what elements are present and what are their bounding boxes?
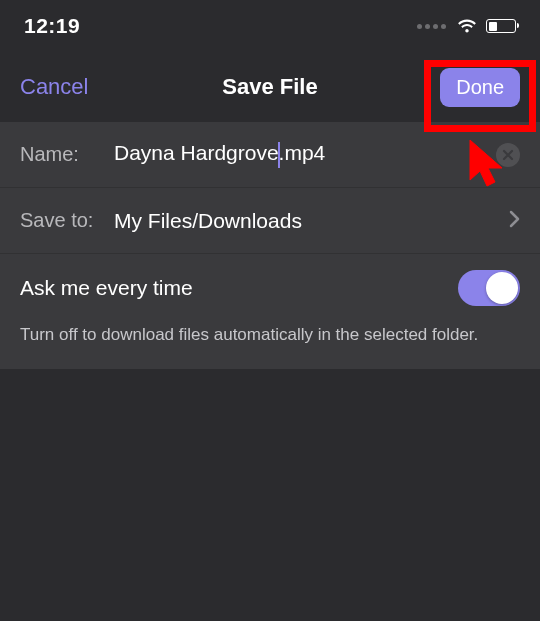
done-button[interactable]: Done [440, 68, 520, 107]
wifi-icon [456, 18, 478, 34]
ask-toggle-switch[interactable] [458, 270, 520, 306]
status-time: 12:19 [24, 14, 80, 38]
save-to-row[interactable]: Save to: My Files/Downloads [0, 188, 540, 254]
close-icon [502, 149, 514, 161]
name-label: Name: [20, 143, 114, 166]
filename-input[interactable]: Dayna Hardgrove.mp4 [114, 141, 496, 167]
cancel-button[interactable]: Cancel [20, 74, 88, 100]
save-to-value: My Files/Downloads [114, 209, 509, 233]
nav-bar: Cancel Save File Done [0, 52, 540, 122]
save-to-label: Save to: [20, 209, 114, 232]
status-bar: 12:19 [0, 0, 540, 52]
switch-knob [486, 272, 518, 304]
cellular-dots-icon [417, 24, 446, 29]
form-section: Name: Dayna Hardgrove.mp4 Save to: My Fi… [0, 122, 540, 369]
ask-toggle-hint: Turn off to download files automatically… [0, 318, 540, 369]
clear-text-button[interactable] [496, 143, 520, 167]
ask-toggle-row: Ask me every time [0, 254, 540, 318]
ask-toggle-label: Ask me every time [20, 276, 193, 300]
name-row[interactable]: Name: Dayna Hardgrove.mp4 [0, 122, 540, 188]
battery-icon [486, 19, 516, 33]
page-title: Save File [222, 74, 317, 100]
status-indicators [417, 18, 516, 34]
chevron-right-icon [509, 210, 520, 232]
